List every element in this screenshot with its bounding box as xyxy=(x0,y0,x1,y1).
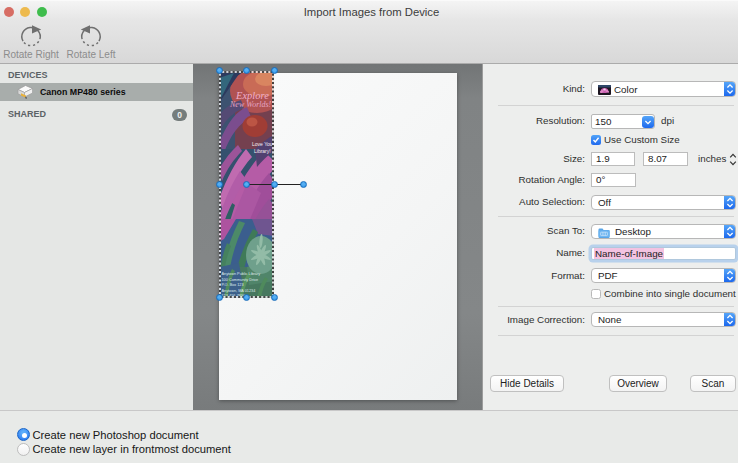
svg-text:Anytown Public Library: Anytown Public Library xyxy=(222,272,261,276)
svg-text:Library!: Library! xyxy=(254,147,271,153)
svg-text:New Worlds!: New Worlds! xyxy=(229,99,272,108)
svg-text:100 Community Drive: 100 Community Drive xyxy=(222,277,259,281)
svg-text:Anytown, MA 01234: Anytown, MA 01234 xyxy=(222,288,256,292)
svg-text:Love Your: Love Your xyxy=(252,141,274,147)
svg-text:P.O. Box 123: P.O. Box 123 xyxy=(222,283,244,287)
